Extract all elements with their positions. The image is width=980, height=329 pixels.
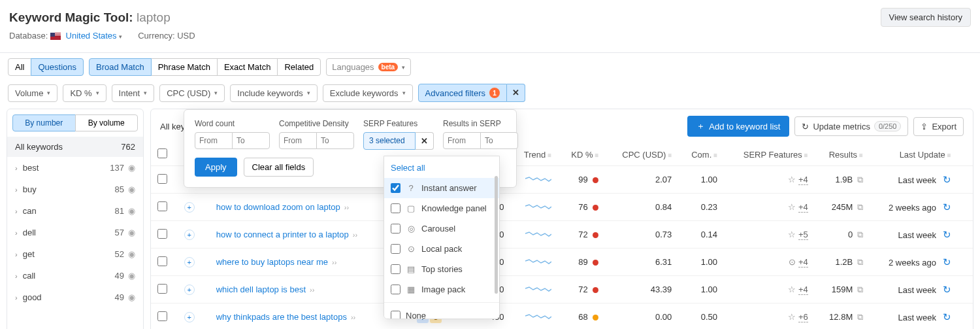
external-icon[interactable]: ⧉ — [857, 257, 863, 267]
sidebar-item-good[interactable]: ›good49◉ — [7, 286, 143, 308]
external-icon[interactable]: ⧉ — [857, 175, 863, 184]
select-all-checkbox[interactable] — [157, 148, 167, 158]
filter-volume[interactable]: Volume ▾ — [8, 84, 57, 102]
filter-cpc-usd-[interactable]: CPC (USD) ▾ — [159, 84, 225, 102]
dropdown-option-knowledge-panel[interactable]: ▢Knowledge panel — [384, 198, 499, 218]
export-button[interactable]: ⇪ Export — [913, 117, 964, 136]
keyword-link[interactable]: where to buy laptops near me — [216, 257, 328, 267]
refresh-icon[interactable]: ↻ — [943, 284, 951, 295]
comp-density-from-input[interactable] — [279, 132, 317, 149]
dropdown-checkbox-none[interactable] — [391, 311, 400, 319]
results-cell: 1.2B ⧉ — [815, 249, 870, 276]
row-checkbox[interactable] — [157, 174, 167, 184]
add-to-keyword-list-button[interactable]: ＋ Add to keyword list — [687, 116, 789, 137]
external-icon[interactable]: ⧉ — [857, 230, 863, 239]
last-update-cell: 2 weeks ago ↻ — [870, 194, 958, 221]
serp-features-cell[interactable]: ⊙ +4 — [789, 257, 808, 268]
row-checkbox[interactable] — [157, 311, 167, 321]
column-header[interactable]: Last Update≡ — [870, 143, 958, 166]
update-metrics-button[interactable]: ↻ Update metrics 0/250 — [794, 116, 908, 136]
refresh-icon[interactable]: ↻ — [943, 311, 951, 322]
languages-filter[interactable]: Languages beta ▾ — [326, 58, 411, 76]
word-count-from-input[interactable] — [195, 132, 233, 149]
sidebar-all-keywords[interactable]: All keywords 762 — [7, 137, 143, 157]
sidebar-item-buy[interactable]: ›buy85◉ — [7, 179, 143, 200]
sidebar-tab-by-volume[interactable]: By volume — [75, 114, 139, 131]
refresh-icon[interactable]: ↻ — [943, 174, 951, 185]
keyword-link[interactable]: how to download zoom on laptop — [216, 202, 340, 212]
column-header[interactable]: CPC (USD)≡ — [605, 143, 678, 166]
serp-features-clear[interactable]: ✕ — [416, 132, 434, 150]
sidebar-tab-by-number[interactable]: By number — [12, 114, 76, 131]
clear-all-button[interactable]: Clear all fields — [244, 158, 314, 177]
column-header[interactable]: Results≡ — [815, 143, 870, 166]
external-icon[interactable]: ⧉ — [857, 312, 863, 322]
filter-kd-[interactable]: KD % ▾ — [63, 84, 106, 102]
refresh-icon[interactable]: ↻ — [943, 229, 951, 240]
serp-features-cell[interactable]: ☆ +4 — [788, 202, 808, 213]
column-header[interactable]: SERP Features≡ — [724, 143, 815, 166]
serp-features-cell[interactable]: ☆ +6 — [788, 312, 808, 322]
dropdown-select-all[interactable]: Select all — [384, 156, 499, 178]
keyword-link[interactable]: which dell laptop is best — [216, 285, 306, 294]
dropdown-option-instant-answer[interactable]: ?Instant answer — [384, 178, 499, 198]
results-to-input[interactable] — [480, 132, 518, 149]
tab-all[interactable]: All — [8, 58, 31, 76]
dropdown-scrollbar[interactable] — [495, 176, 498, 294]
advanced-filters-close[interactable]: ✕ — [507, 84, 525, 102]
comp-density-to-input[interactable] — [316, 132, 354, 149]
expand-icon[interactable]: + — [184, 257, 195, 268]
sort-icon: ≡ — [595, 152, 599, 159]
apply-button[interactable]: Apply — [195, 158, 237, 177]
sidebar-item-dell[interactable]: ›dell57◉ — [7, 222, 143, 243]
tab-questions[interactable]: Questions — [31, 58, 84, 76]
tab-broad-match[interactable]: Broad Match — [89, 58, 152, 76]
dropdown-option-none[interactable]: None — [384, 305, 499, 319]
tab-exact-match[interactable]: Exact Match — [217, 58, 278, 76]
serp-features-cell[interactable]: ☆ +4 — [788, 285, 808, 295]
serp-features-select[interactable]: 3 selected — [363, 132, 416, 150]
database-select[interactable]: United States ▾ — [66, 31, 123, 41]
external-icon[interactable]: ⧉ — [857, 202, 863, 212]
external-icon[interactable]: ⧉ — [857, 285, 863, 294]
serp-features-cell[interactable]: ☆ +4 — [788, 175, 808, 185]
refresh-icon[interactable]: ↻ — [943, 256, 951, 268]
dropdown-option-image-pack[interactable]: ▦Image pack — [384, 279, 499, 300]
expand-icon[interactable]: + — [184, 202, 195, 213]
row-checkbox[interactable] — [157, 284, 167, 294]
row-checkbox[interactable] — [157, 229, 167, 239]
dropdown-option-top-stories[interactable]: ▤Top stories — [384, 259, 499, 279]
results-from-input[interactable] — [443, 132, 481, 149]
expand-icon[interactable]: + — [184, 312, 195, 322]
dropdown-checkbox[interactable] — [391, 203, 400, 213]
filter-intent[interactable]: Intent ▾ — [112, 84, 155, 102]
dropdown-option-carousel[interactable]: ◎Carousel — [384, 218, 499, 239]
dropdown-option-local-pack[interactable]: ⊙Local pack — [384, 239, 499, 259]
refresh-icon[interactable]: ↻ — [943, 201, 951, 213]
sidebar-item-get[interactable]: ›get52◉ — [7, 243, 143, 265]
column-header[interactable]: KD %≡ — [558, 143, 605, 166]
dropdown-checkbox[interactable] — [391, 244, 400, 254]
advanced-filters-button[interactable]: Advanced filters 1 — [418, 84, 508, 102]
sidebar-item-call[interactable]: ›call49◉ — [7, 265, 143, 286]
serp-features-cell[interactable]: ☆ +5 — [788, 230, 808, 240]
keyword-link[interactable]: how to connect a printer to a laptop — [216, 230, 349, 239]
column-header[interactable]: Com.≡ — [678, 143, 724, 166]
sidebar-item-can[interactable]: ›can81◉ — [7, 200, 143, 222]
view-history-button[interactable]: View search history — [881, 8, 971, 27]
keyword-link[interactable]: why thinkpads are the best laptops — [216, 312, 347, 322]
expand-icon[interactable]: + — [184, 230, 195, 240]
row-checkbox[interactable] — [157, 201, 167, 211]
dropdown-checkbox[interactable] — [391, 264, 400, 274]
row-checkbox[interactable] — [157, 256, 167, 266]
dropdown-checkbox[interactable] — [391, 224, 400, 234]
filter-include-keywords[interactable]: Include keywords ▾ — [230, 84, 317, 102]
tab-related[interactable]: Related — [277, 58, 321, 76]
sidebar-item-best[interactable]: ›best137◉ — [7, 157, 143, 179]
expand-icon[interactable]: + — [184, 285, 195, 295]
dropdown-checkbox[interactable] — [391, 285, 400, 294]
tab-phrase-match[interactable]: Phrase Match — [151, 58, 218, 76]
filter-exclude-keywords[interactable]: Exclude keywords ▾ — [323, 84, 413, 102]
word-count-to-input[interactable] — [232, 132, 270, 149]
dropdown-checkbox[interactable] — [391, 183, 400, 193]
